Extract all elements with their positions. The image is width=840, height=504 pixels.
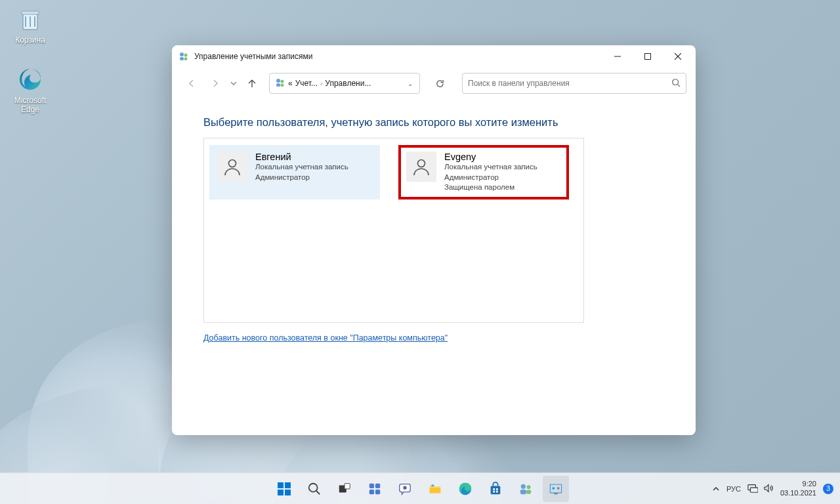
breadcrumb-seg1[interactable]: Учет... bbox=[295, 79, 318, 88]
svg-rect-18 bbox=[278, 482, 284, 488]
svg-rect-41 bbox=[520, 489, 526, 494]
titlebar[interactable]: Управление учетными записями bbox=[172, 45, 696, 68]
taskview-button[interactable] bbox=[331, 476, 358, 502]
edge-label: Microsoft Edge bbox=[5, 96, 55, 114]
svg-rect-43 bbox=[526, 490, 531, 494]
nav-recent-button[interactable] bbox=[228, 73, 239, 94]
svg-rect-35 bbox=[491, 486, 501, 494]
svg-point-42 bbox=[527, 485, 531, 489]
chat-button[interactable] bbox=[392, 476, 418, 502]
search-input[interactable] bbox=[468, 79, 667, 88]
edge-taskbar-button[interactable] bbox=[452, 476, 478, 502]
refresh-button[interactable] bbox=[429, 73, 450, 94]
nav-toolbar: « Учет... › Управлени... ⌄ bbox=[172, 68, 696, 99]
clock-date: 03.10.2021 bbox=[780, 489, 816, 497]
svg-rect-5 bbox=[184, 58, 188, 61]
add-user-link[interactable]: Добавить нового пользователя в окне "Пар… bbox=[203, 333, 448, 343]
notifications-button[interactable]: 3 bbox=[823, 484, 833, 494]
svg-rect-45 bbox=[551, 484, 562, 492]
svg-point-12 bbox=[281, 79, 284, 83]
breadcrumb[interactable]: « Учет... › Управлени... ⌄ bbox=[269, 73, 420, 94]
tray-expand-button[interactable] bbox=[712, 485, 720, 493]
user-name: Евгений bbox=[255, 152, 348, 162]
taskbar: РУС 9:20 03.10.2021 3 bbox=[0, 472, 840, 504]
svg-rect-25 bbox=[345, 483, 350, 488]
user-meta: Локальная учетная запись bbox=[255, 162, 348, 173]
user-meta: Администратор bbox=[444, 173, 537, 183]
svg-point-46 bbox=[553, 487, 555, 490]
window-title: Управление учетными записями bbox=[194, 52, 312, 61]
window-icon bbox=[178, 51, 189, 62]
user-accounts-taskbar-button[interactable] bbox=[513, 476, 539, 502]
avatar-icon bbox=[217, 152, 247, 182]
minimize-button[interactable] bbox=[602, 47, 633, 66]
svg-point-40 bbox=[521, 484, 526, 488]
svg-point-14 bbox=[673, 79, 679, 85]
clock[interactable]: 9:20 03.10.2021 bbox=[780, 480, 816, 497]
user-name: Evgeny bbox=[444, 152, 537, 162]
svg-rect-39 bbox=[496, 490, 498, 492]
page-heading: Выберите пользователя, учетную запись ко… bbox=[203, 116, 664, 129]
close-button[interactable] bbox=[663, 47, 693, 66]
svg-point-17 bbox=[418, 160, 425, 167]
nav-back-button[interactable] bbox=[181, 73, 202, 94]
recycle-bin-icon bbox=[16, 5, 44, 33]
user-meta: Защищена паролем bbox=[444, 182, 537, 193]
svg-rect-19 bbox=[285, 482, 291, 488]
svg-point-4 bbox=[184, 54, 188, 57]
recycle-bin-label: Корзина bbox=[5, 35, 55, 45]
language-indicator[interactable]: РУС bbox=[726, 485, 741, 493]
svg-rect-33 bbox=[432, 484, 434, 486]
store-button[interactable] bbox=[482, 476, 509, 502]
user-list-panel: Евгений Локальная учетная запись Админис… bbox=[203, 138, 584, 323]
svg-line-15 bbox=[678, 84, 681, 87]
svg-point-10 bbox=[276, 79, 280, 83]
content-area: Выберите пользователя, учетную запись ко… bbox=[172, 99, 696, 435]
avatar-icon bbox=[406, 152, 436, 182]
start-button[interactable] bbox=[271, 476, 297, 502]
taskbar-right: РУС 9:20 03.10.2021 3 bbox=[712, 480, 840, 497]
svg-rect-48 bbox=[554, 493, 558, 494]
svg-line-23 bbox=[316, 490, 320, 494]
svg-rect-3 bbox=[180, 57, 184, 60]
svg-rect-37 bbox=[496, 488, 498, 490]
svg-rect-1 bbox=[22, 11, 39, 14]
svg-rect-32 bbox=[430, 488, 441, 493]
breadcrumb-seg2[interactable]: Управлени... bbox=[325, 79, 371, 88]
user-card[interactable]: Evgeny Локальная учетная запись Админист… bbox=[398, 145, 569, 200]
network-icon bbox=[747, 484, 758, 494]
taskbar-search-button[interactable] bbox=[301, 476, 327, 502]
svg-point-47 bbox=[557, 487, 560, 490]
svg-point-2 bbox=[180, 52, 184, 56]
user-meta: Локальная учетная запись bbox=[444, 162, 537, 173]
user-meta: Администратор bbox=[255, 173, 348, 183]
explorer-button[interactable] bbox=[422, 476, 448, 502]
user-card[interactable]: Евгений Локальная учетная запись Админис… bbox=[209, 145, 380, 200]
svg-point-22 bbox=[309, 483, 318, 492]
svg-rect-28 bbox=[369, 489, 374, 494]
search-icon[interactable] bbox=[671, 78, 681, 89]
svg-point-31 bbox=[403, 486, 407, 490]
control-panel-taskbar-button[interactable] bbox=[543, 476, 569, 502]
widgets-button[interactable] bbox=[362, 476, 388, 502]
maximize-button[interactable] bbox=[633, 47, 663, 66]
nav-up-button[interactable] bbox=[242, 73, 262, 94]
volume-icon bbox=[763, 484, 774, 494]
nav-forward-button[interactable] bbox=[205, 73, 226, 94]
svg-rect-36 bbox=[493, 488, 495, 490]
svg-rect-50 bbox=[750, 488, 758, 492]
search-box[interactable] bbox=[462, 73, 686, 94]
chevron-down-icon[interactable]: ⌄ bbox=[404, 80, 417, 87]
svg-rect-13 bbox=[281, 83, 284, 87]
svg-point-16 bbox=[229, 160, 236, 167]
user-accounts-window: Управление учетными записями bbox=[172, 45, 696, 435]
svg-rect-11 bbox=[276, 83, 280, 87]
recycle-bin[interactable]: Корзина bbox=[5, 5, 55, 45]
edge-shortcut[interactable]: Microsoft Edge bbox=[5, 66, 55, 114]
taskbar-center bbox=[271, 476, 569, 502]
svg-rect-29 bbox=[375, 489, 380, 494]
chevron-right-icon: › bbox=[320, 80, 322, 87]
system-tray[interactable] bbox=[747, 484, 774, 494]
breadcrumb-prefix: « bbox=[288, 79, 293, 88]
breadcrumb-icon bbox=[275, 77, 285, 90]
